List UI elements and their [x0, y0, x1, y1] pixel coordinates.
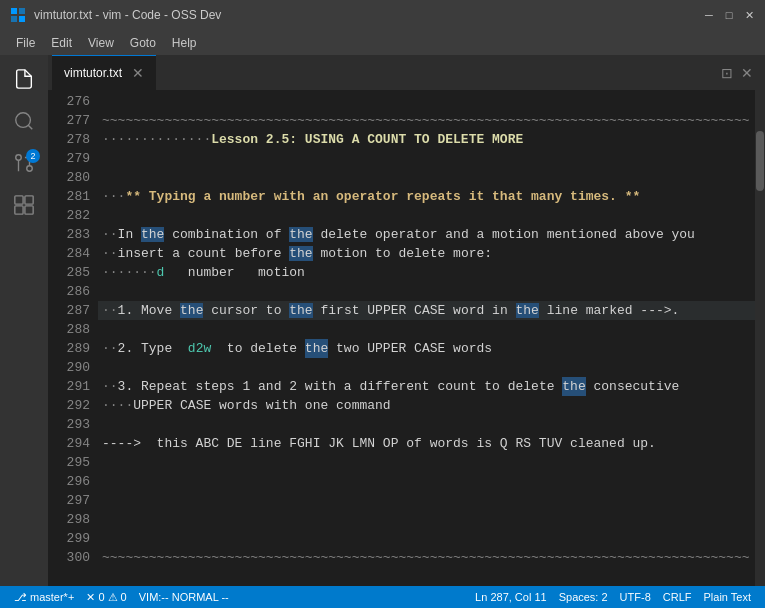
line-number: 276: [48, 92, 90, 111]
line-number: 281: [48, 187, 90, 206]
maximize-button[interactable]: □: [723, 9, 735, 21]
search-icon[interactable]: [4, 101, 44, 141]
code-line: [98, 453, 755, 472]
branch-icon: ⎇: [14, 591, 27, 604]
line-number: 290: [48, 358, 90, 377]
main-area: 2 vimtutor.txt ✕ ⊡ ✕ 27627727827: [0, 55, 765, 586]
vim-mode-label: VIM:-- NORMAL --: [139, 591, 229, 603]
svg-point-6: [27, 166, 33, 172]
line-number: 280: [48, 168, 90, 187]
title-bar: vimtutor.txt - vim - Code - OSS Dev ─ □ …: [0, 0, 765, 30]
spaces-item[interactable]: Spaces: 2: [553, 591, 614, 603]
tab-close-button[interactable]: ✕: [132, 65, 144, 81]
line-number: 284: [48, 244, 90, 263]
window-controls: ─ □ ✕: [703, 9, 755, 21]
vertical-scrollbar[interactable]: [755, 90, 765, 586]
line-number: 287: [48, 301, 90, 320]
line-number: 277: [48, 111, 90, 130]
code-editor[interactable]: 2762772782792802812822832842852862872882…: [48, 90, 765, 586]
vim-mode-item[interactable]: VIM:-- NORMAL --: [133, 586, 235, 608]
code-line: [98, 472, 755, 491]
code-line: ~~~~~~~~~~~~~~~~~~~~~~~~~~~~~~~~~~~~~~~~…: [98, 548, 755, 567]
code-line: ····UPPER CASE words with one command: [98, 396, 755, 415]
errors-label: ✕ 0 ⚠ 0: [86, 591, 126, 604]
line-number: 295: [48, 453, 90, 472]
menu-file[interactable]: File: [8, 34, 43, 52]
menu-view[interactable]: View: [80, 34, 122, 52]
close-button[interactable]: ✕: [743, 9, 755, 21]
tab-bar: vimtutor.txt ✕ ⊡ ✕: [48, 55, 765, 90]
svg-point-7: [16, 155, 22, 161]
close-tab-icon[interactable]: ✕: [741, 65, 753, 81]
tab-vimtutor[interactable]: vimtutor.txt ✕: [52, 55, 156, 90]
line-number: 293: [48, 415, 90, 434]
editor-area: vimtutor.txt ✕ ⊡ ✕ 276277278279280281282…: [48, 55, 765, 586]
tab-actions: ⊡ ✕: [721, 65, 761, 81]
status-right: Ln 287, Col 11 Spaces: 2 UTF-8 CRLF Plai…: [469, 591, 757, 603]
language-item[interactable]: Plain Text: [698, 591, 758, 603]
line-number: 279: [48, 149, 90, 168]
line-number: 283: [48, 225, 90, 244]
encoding-label: UTF-8: [620, 591, 651, 603]
code-line: [98, 282, 755, 301]
minimize-button[interactable]: ─: [703, 9, 715, 21]
line-number: 288: [48, 320, 90, 339]
line-number: 292: [48, 396, 90, 415]
code-line: ··2. Type d2w to delete the two UPPER CA…: [98, 339, 755, 358]
eol-item[interactable]: CRLF: [657, 591, 698, 603]
svg-rect-0: [11, 8, 17, 14]
line-number: 296: [48, 472, 90, 491]
svg-rect-11: [15, 206, 23, 214]
code-line: ·······d number motion: [98, 263, 755, 282]
code-line: ··insert a count before the motion to de…: [98, 244, 755, 263]
position-item[interactable]: Ln 287, Col 11: [469, 591, 553, 603]
code-content[interactable]: ~~~~~~~~~~~~~~~~~~~~~~~~~~~~~~~~~~~~~~~~…: [98, 90, 755, 586]
line-number: 289: [48, 339, 90, 358]
status-bar: ⎇ master*+ ✕ 0 ⚠ 0 VIM:-- NORMAL -- Ln 2…: [0, 586, 765, 608]
activity-bar: 2: [0, 55, 48, 586]
code-line: [98, 529, 755, 548]
line-number: 291: [48, 377, 90, 396]
branch-item[interactable]: ⎇ master*+: [8, 586, 80, 608]
line-numbers: 2762772782792802812822832842852862872882…: [48, 90, 98, 586]
code-line: ··3. Repeat steps 1 and 2 with a differe…: [98, 377, 755, 396]
svg-rect-3: [19, 16, 25, 22]
window-title: vimtutor.txt - vim - Code - OSS Dev: [34, 8, 703, 22]
code-line: [98, 206, 755, 225]
code-line: [98, 320, 755, 339]
code-line: [98, 491, 755, 510]
errors-item[interactable]: ✕ 0 ⚠ 0: [80, 586, 132, 608]
line-number: 285: [48, 263, 90, 282]
split-editor-icon[interactable]: ⊡: [721, 65, 733, 81]
eol-label: CRLF: [663, 591, 692, 603]
extensions-icon[interactable]: [4, 185, 44, 225]
menu-goto[interactable]: Goto: [122, 34, 164, 52]
tab-label: vimtutor.txt: [64, 66, 122, 80]
source-control-badge: 2: [26, 149, 40, 163]
svg-rect-9: [15, 196, 23, 204]
code-line: ··In the combination of the delete opera…: [98, 225, 755, 244]
line-number: 298: [48, 510, 90, 529]
branch-label: master*+: [30, 591, 74, 603]
svg-rect-1: [19, 8, 25, 14]
app-icon: [10, 7, 26, 23]
scrollbar-thumb[interactable]: [756, 131, 764, 191]
code-line: ~~~~~~~~~~~~~~~~~~~~~~~~~~~~~~~~~~~~~~~~…: [98, 111, 755, 130]
language-label: Plain Text: [704, 591, 752, 603]
line-number: 294: [48, 434, 90, 453]
svg-rect-2: [11, 16, 17, 22]
menu-bar: File Edit View Goto Help: [0, 30, 765, 55]
line-number: 300: [48, 548, 90, 567]
svg-line-5: [28, 125, 32, 129]
line-number: 278: [48, 130, 90, 149]
line-number: 286: [48, 282, 90, 301]
code-line: ··············Lesson 2.5: USING A COUNT …: [98, 130, 755, 149]
menu-help[interactable]: Help: [164, 34, 205, 52]
code-line: [98, 92, 755, 111]
code-line: [98, 149, 755, 168]
source-control-icon[interactable]: 2: [4, 143, 44, 183]
encoding-item[interactable]: UTF-8: [614, 591, 657, 603]
menu-edit[interactable]: Edit: [43, 34, 80, 52]
svg-rect-10: [25, 196, 33, 204]
files-icon[interactable]: [4, 59, 44, 99]
